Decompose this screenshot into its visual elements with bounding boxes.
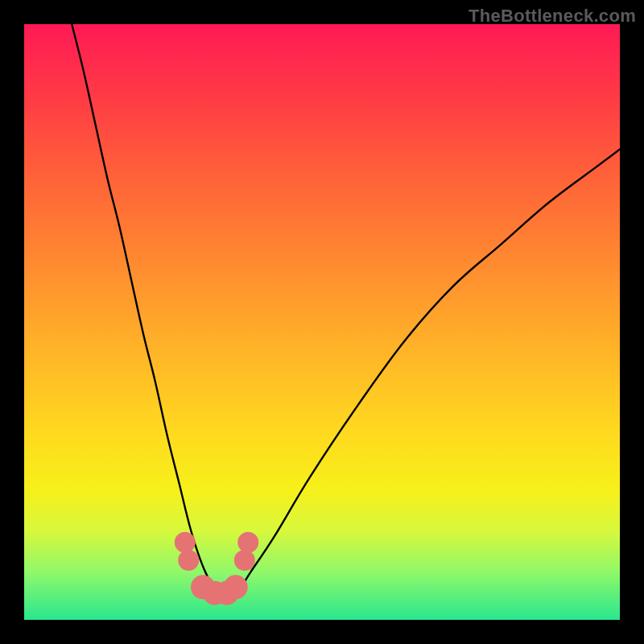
plot-area bbox=[24, 24, 620, 620]
bottleneck-curve bbox=[72, 24, 620, 597]
dip-marker-point bbox=[234, 550, 255, 571]
dip-marker-point bbox=[178, 550, 199, 571]
dip-marker-point bbox=[224, 575, 248, 599]
watermark-text: TheBottleneck.com bbox=[469, 6, 636, 27]
dip-marker-point bbox=[175, 532, 196, 553]
dip-marker-point bbox=[237, 532, 258, 553]
chart-frame: TheBottleneck.com bbox=[0, 0, 644, 644]
chart-svg bbox=[24, 24, 620, 620]
dip-markers bbox=[175, 532, 258, 605]
